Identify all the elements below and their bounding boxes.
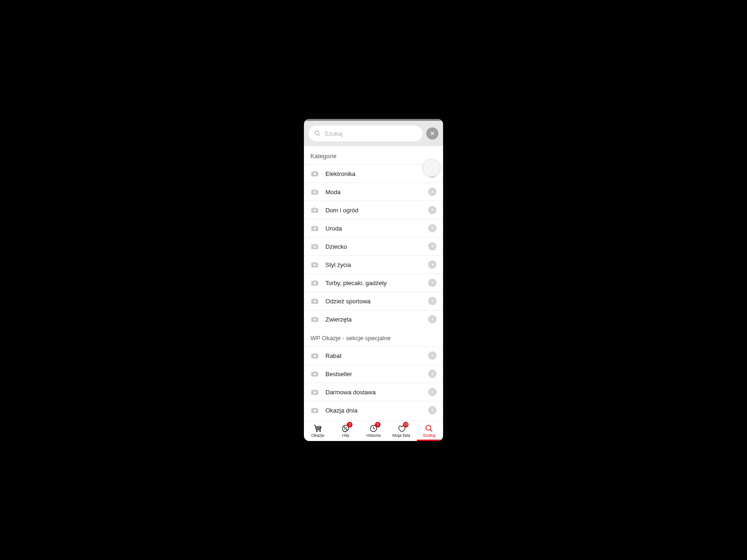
svg-line-1 xyxy=(318,134,320,136)
chevron-right-icon xyxy=(428,206,437,214)
svg-line-24 xyxy=(430,429,432,432)
chevron-right-icon xyxy=(428,388,437,396)
svg-point-6 xyxy=(314,209,316,211)
svg-point-12 xyxy=(314,318,316,321)
camera-icon xyxy=(310,297,319,305)
nav-historia[interactable]: 5 Historia xyxy=(359,421,388,441)
camera-icon xyxy=(310,315,319,323)
category-label: Zwierzęta xyxy=(325,316,428,323)
nav-label: Okazje xyxy=(311,433,324,438)
nav-badge: 5 xyxy=(375,422,381,427)
special-label: Rabat xyxy=(325,352,428,359)
search-icon xyxy=(424,424,434,433)
nav-label: Hity xyxy=(342,433,350,438)
section-header-categories: Kategorie xyxy=(304,146,443,164)
special-label: Darmowa dostawa xyxy=(325,389,428,396)
camera-icon xyxy=(310,260,319,269)
camera-icon xyxy=(310,351,319,360)
category-row-dom[interactable]: Dom i ogród xyxy=(304,201,443,219)
svg-point-18 xyxy=(319,431,320,432)
close-icon xyxy=(430,131,435,136)
category-row-uroda[interactable]: Uroda xyxy=(304,219,443,237)
search-input[interactable] xyxy=(324,130,417,137)
svg-point-8 xyxy=(314,245,316,248)
chevron-right-icon xyxy=(428,315,437,323)
search-bar-area xyxy=(304,119,443,146)
svg-point-16 xyxy=(314,409,316,412)
camera-icon xyxy=(310,206,319,214)
nav-hity[interactable]: 2 Hity xyxy=(332,421,360,441)
camera-icon xyxy=(310,370,319,378)
search-input-container[interactable] xyxy=(309,126,423,141)
category-label: Dom i ogród xyxy=(325,207,428,214)
nav-label: Historia xyxy=(366,433,381,438)
svg-point-21 xyxy=(346,429,347,430)
chevron-right-icon xyxy=(428,370,437,378)
category-row-zwierzeta[interactable]: Zwierzęta xyxy=(304,310,443,328)
category-row-styl[interactable]: Styl życia xyxy=(304,255,443,273)
special-row-dostawa[interactable]: Darmowa dostawa xyxy=(304,383,443,401)
svg-point-15 xyxy=(314,391,316,393)
special-row-rabat[interactable]: Rabat xyxy=(304,346,443,364)
svg-point-0 xyxy=(315,131,319,135)
svg-point-23 xyxy=(426,425,431,430)
category-label: Styl życia xyxy=(325,261,428,268)
category-row-odziez[interactable]: Odzież sportowa xyxy=(304,292,443,310)
camera-icon xyxy=(310,224,319,232)
category-row-dziecko[interactable]: Dziecko xyxy=(304,237,443,255)
camera-icon xyxy=(310,169,319,178)
svg-point-14 xyxy=(314,373,316,375)
special-row-okazja[interactable]: Okazja dnia xyxy=(304,401,443,419)
cart-icon xyxy=(313,424,323,433)
chevron-right-icon xyxy=(428,242,437,251)
camera-icon xyxy=(310,388,319,396)
special-label: Okazja dnia xyxy=(325,407,428,414)
nav-badge: 15 xyxy=(403,422,409,427)
svg-point-17 xyxy=(316,431,317,432)
nav-szukaj[interactable]: Szukaj xyxy=(415,421,443,441)
category-row-moda[interactable]: Moda xyxy=(304,182,443,201)
category-label: Dziecko xyxy=(325,243,428,250)
touch-indicator xyxy=(423,159,440,177)
special-row-bestseller[interactable]: Bestseller xyxy=(304,364,443,383)
phone-frame: Kategorie Elektronika Moda Dom i ogród U… xyxy=(304,119,443,441)
nav-mojalista[interactable]: 15 Moja lista xyxy=(388,421,416,441)
chevron-right-icon xyxy=(428,297,437,305)
chevron-right-icon xyxy=(428,351,437,360)
camera-icon xyxy=(310,188,319,196)
camera-icon xyxy=(310,279,319,287)
nav-badge: 2 xyxy=(347,422,352,427)
category-label: Elektronika xyxy=(325,170,428,177)
search-icon xyxy=(314,130,321,137)
chevron-right-icon xyxy=(428,260,437,269)
svg-point-9 xyxy=(314,264,316,266)
category-label: Torby, plecaki, gadżety xyxy=(325,280,428,287)
category-label: Uroda xyxy=(325,225,428,232)
chevron-right-icon xyxy=(428,406,437,414)
svg-point-13 xyxy=(314,355,316,357)
nav-label: Szukaj xyxy=(423,433,436,438)
category-row-torby[interactable]: Torby, plecaki, gadżety xyxy=(304,273,443,292)
category-label: Odzież sportowa xyxy=(325,298,428,305)
category-label: Moda xyxy=(325,189,428,196)
content-scroll[interactable]: Kategorie Elektronika Moda Dom i ogród U… xyxy=(304,146,443,425)
svg-point-10 xyxy=(314,282,316,284)
camera-icon xyxy=(310,406,319,414)
bottom-nav: Okazje 2 Hity 5 Historia 15 Moja lista S… xyxy=(304,420,443,441)
close-button[interactable] xyxy=(426,127,438,140)
svg-point-5 xyxy=(314,191,316,193)
nav-okazje[interactable]: Okazje xyxy=(304,421,332,441)
nav-label: Moja lista xyxy=(393,433,410,438)
chevron-right-icon xyxy=(428,279,437,287)
special-label: Bestseller xyxy=(325,371,428,378)
svg-point-11 xyxy=(314,300,316,302)
chevron-right-icon xyxy=(428,224,437,232)
camera-icon xyxy=(310,242,319,251)
svg-point-4 xyxy=(314,173,316,175)
section-header-special: WP Okazje - sekcje specjalne xyxy=(304,328,443,346)
chevron-right-icon xyxy=(428,188,437,196)
svg-point-20 xyxy=(344,427,345,428)
svg-point-7 xyxy=(314,227,316,230)
